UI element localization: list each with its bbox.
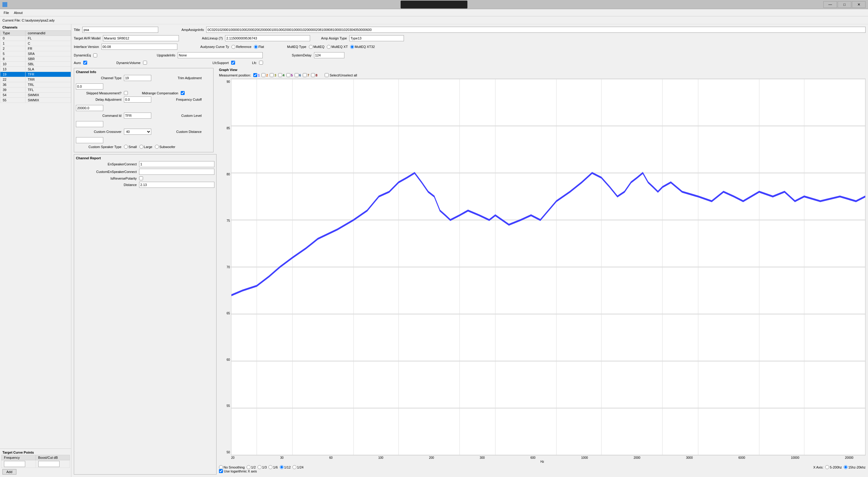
target-avr-input[interactable]: [103, 35, 179, 41]
speaker-large-label[interactable]: Large: [140, 145, 152, 149]
smoothing-half-label[interactable]: 1/2: [247, 465, 256, 469]
multeq-xt-radio-label[interactable]: MultEQ XT: [327, 45, 348, 49]
custom-crossover-dropdown[interactable]: 40 60 80 90 100 110 120 150 200: [124, 129, 151, 135]
select-unselect-all-label[interactable]: Select/Unselect all: [325, 73, 357, 77]
custom-level-input[interactable]: [76, 121, 103, 127]
freq-cutoff-input[interactable]: [76, 105, 103, 111]
target-curve-freq-cell[interactable]: [2, 460, 36, 468]
menu-about[interactable]: About: [11, 10, 25, 15]
table-row[interactable]: 19TFR: [0, 72, 71, 77]
position-3-checkbox[interactable]: [270, 73, 274, 77]
table-row[interactable]: 55SWMIX: [0, 98, 71, 103]
table-row[interactable]: 2FR: [0, 46, 71, 51]
dynamicvolume-checkbox[interactable]: [143, 61, 147, 65]
table-row[interactable]: 13SLA: [0, 67, 71, 72]
add-button[interactable]: Add: [2, 469, 17, 475]
menu-file[interactable]: File: [1, 10, 11, 15]
smoothing-twelfth-label[interactable]: 1/12: [280, 465, 291, 469]
table-row[interactable]: 0FL: [0, 36, 71, 41]
lfc-checkbox[interactable]: [259, 61, 263, 65]
maximize-button[interactable]: □: [838, 1, 851, 8]
smoothing-third-radio[interactable]: [257, 465, 261, 469]
smoothing-twentyfourth-label[interactable]: 1/24: [292, 465, 303, 469]
interface-version-input[interactable]: [101, 44, 177, 50]
title-input[interactable]: [82, 27, 158, 33]
xaxis-15hz-20khz-radio[interactable]: [844, 465, 848, 469]
skipped-checkbox[interactable]: [124, 91, 128, 95]
position-4-checkbox[interactable]: [278, 73, 282, 77]
log-xaxis-label[interactable]: Use logarithmic X axis: [219, 469, 257, 473]
position-6-label[interactable]: 6: [294, 73, 301, 77]
multeq-radio[interactable]: [309, 45, 313, 49]
position-1-checkbox[interactable]: [253, 73, 257, 77]
auro-checkbox[interactable]: [83, 61, 87, 65]
table-row[interactable]: 39TFL: [0, 88, 71, 93]
upgradeinfo-input[interactable]: [178, 52, 263, 58]
position-3-label[interactable]: 3: [270, 73, 276, 77]
audyssey-reference-label[interactable]: Reference: [231, 45, 251, 49]
audyssey-flat-radio[interactable]: [254, 45, 258, 49]
amp-assign-info-input[interactable]: [206, 27, 866, 33]
position-4-label[interactable]: 4: [278, 73, 285, 77]
lfcsupport-checkbox[interactable]: [231, 61, 235, 65]
custom-en-speaker-input[interactable]: [139, 169, 214, 175]
smoothing-twentyfourth-radio[interactable]: [292, 465, 297, 469]
select-unselect-all-checkbox[interactable]: [325, 73, 329, 77]
systemdelay-input[interactable]: [314, 52, 344, 58]
midrange-comp-checkbox[interactable]: [181, 91, 185, 95]
audyssey-flat-label[interactable]: Flat: [254, 45, 264, 49]
speaker-small-label[interactable]: Small: [124, 145, 137, 149]
amp-assign-type-input[interactable]: [349, 35, 404, 41]
target-curve-freq-input[interactable]: [4, 461, 25, 467]
dynamiceq-checkbox[interactable]: [93, 54, 97, 57]
speaker-large-radio[interactable]: [140, 145, 143, 149]
xaxis-5-200-radio[interactable]: [825, 465, 829, 469]
smoothing-half-radio[interactable]: [247, 465, 251, 469]
table-row[interactable]: 10SBL: [0, 62, 71, 67]
reverse-polarity-checkbox[interactable]: [139, 176, 143, 180]
target-curve-boost-input[interactable]: [38, 461, 60, 467]
audyssey-reference-radio[interactable]: [231, 45, 236, 49]
position-8-label[interactable]: 8: [311, 73, 317, 77]
multeq-radio-label[interactable]: MultEQ: [309, 45, 325, 49]
target-curve-boost-cell[interactable]: [35, 460, 70, 468]
no-smoothing-label[interactable]: No Smoothing: [219, 465, 245, 469]
channel-type-input[interactable]: [124, 75, 151, 81]
no-smoothing-radio[interactable]: [219, 465, 223, 469]
table-row[interactable]: 22TRR: [0, 77, 71, 82]
speaker-subwoofer-radio[interactable]: [155, 145, 159, 149]
close-button[interactable]: ✕: [852, 1, 866, 8]
position-6-checkbox[interactable]: [294, 73, 299, 77]
position-5-label[interactable]: 5: [286, 73, 293, 77]
position-8-checkbox[interactable]: [311, 73, 315, 77]
minimize-button[interactable]: —: [824, 1, 837, 8]
position-2-checkbox[interactable]: [261, 73, 266, 77]
multeq-xt-radio[interactable]: [327, 45, 331, 49]
multeq-xt32-radio-label[interactable]: MultEQ XT32: [350, 45, 375, 49]
speaker-subwoofer-label[interactable]: Subwoofer: [155, 145, 176, 149]
table-row[interactable]: 8SBR: [0, 57, 71, 62]
trim-adj-input[interactable]: [76, 83, 103, 90]
adclineup-input[interactable]: [225, 35, 310, 41]
table-row[interactable]: 1C: [0, 41, 71, 46]
position-5-checkbox[interactable]: [286, 73, 290, 77]
delay-adj-input[interactable]: [124, 97, 151, 103]
table-row[interactable]: 36TRL: [0, 82, 71, 88]
xaxis-15hz-20khz-label[interactable]: 15hz-20khz: [844, 465, 866, 469]
position-7-checkbox[interactable]: [303, 73, 307, 77]
distance-input[interactable]: [139, 182, 214, 188]
speaker-small-radio[interactable]: [124, 145, 128, 149]
position-7-label[interactable]: 7: [303, 73, 309, 77]
table-row[interactable]: 5SRA: [0, 51, 71, 57]
smoothing-sixth-label[interactable]: 1/6: [269, 465, 278, 469]
log-xaxis-checkbox[interactable]: [219, 469, 223, 473]
en-speaker-input[interactable]: [139, 161, 214, 167]
command-id-input[interactable]: [124, 112, 151, 118]
position-1-label[interactable]: 1: [253, 73, 260, 77]
position-2-label[interactable]: 2: [261, 73, 268, 77]
smoothing-twelfth-radio[interactable]: [280, 465, 284, 469]
smoothing-sixth-radio[interactable]: [269, 465, 272, 469]
custom-distance-input[interactable]: [76, 137, 103, 143]
smoothing-third-label[interactable]: 1/3: [257, 465, 267, 469]
table-row[interactable]: 54SWMIX: [0, 93, 71, 98]
